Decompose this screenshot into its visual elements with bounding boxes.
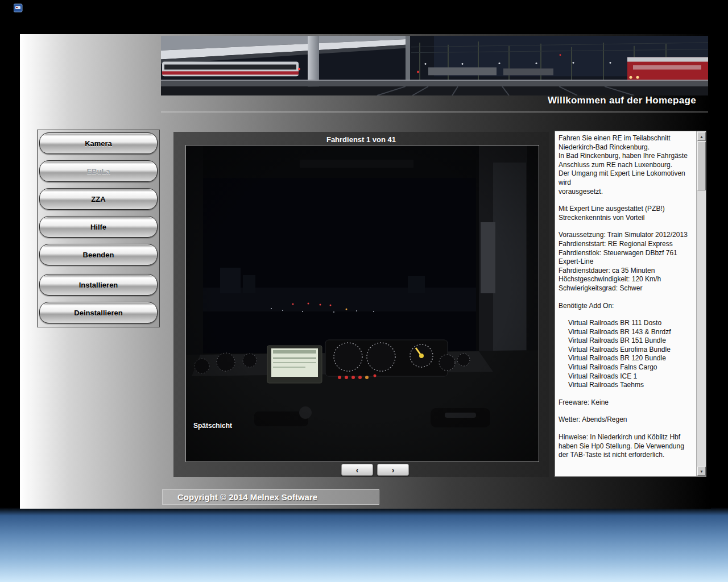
sidebar-button-kamera[interactable]: Kamera bbox=[39, 132, 158, 154]
details-scrollbar[interactable]: ▲ ▼ bbox=[696, 131, 706, 476]
scenario-viewer-panel: Fahrdienst 1 von 41 bbox=[173, 132, 549, 477]
scenario-details-panel: Fahren Sie einen RE im Teilabschnitt Nie… bbox=[555, 131, 706, 477]
prev-scenario-button[interactable]: ‹ bbox=[341, 464, 373, 476]
addon-item: Virtual Railroads Taehms bbox=[559, 381, 695, 390]
sidebar-button-deinstallieren[interactable]: Deinstallieren bbox=[39, 302, 158, 323]
description-notes: Hinweise: In Niederkirch und Köblitz Hbf… bbox=[559, 433, 695, 460]
sidebar-button-ebula: EBuLa bbox=[39, 160, 158, 182]
description-freeware: Freeware: Keine bbox=[559, 398, 695, 408]
next-scenario-button[interactable]: › bbox=[377, 464, 409, 476]
button-label: ZZA bbox=[91, 195, 105, 203]
header-divider bbox=[161, 111, 708, 113]
description-specs: Voraussetzung: Train Simulator 2012/2013… bbox=[559, 231, 695, 293]
addon-item: Virtual Railroads BR 120 Bundle bbox=[559, 354, 695, 363]
addon-item: Virtual Railroads ICE 1 bbox=[559, 372, 695, 381]
desktop-background: Willkommen auf der Homepage Kamera EBuLa… bbox=[0, 0, 728, 582]
chevron-left-icon: ‹ bbox=[356, 466, 359, 474]
button-label: Deinstallieren bbox=[74, 309, 122, 317]
scenario-screenshot: Spätschicht bbox=[185, 145, 539, 462]
sidebar-button-beenden[interactable]: Beenden bbox=[39, 244, 158, 265]
button-label: Kamera bbox=[85, 139, 112, 148]
station-banner-image bbox=[161, 36, 708, 95]
description-intro: Fahren Sie einen RE im Teilabschnitt Nie… bbox=[559, 134, 695, 196]
arrow-up-icon: ▲ bbox=[700, 135, 704, 139]
addon-item: Virtual Railroads BR 111 Dosto bbox=[559, 319, 695, 328]
page-title: Willkommen auf der Homepage bbox=[548, 95, 696, 106]
button-label: Hilfe bbox=[90, 223, 106, 231]
sidebar-button-installieren[interactable]: Installieren bbox=[39, 274, 158, 296]
button-label: Installieren bbox=[79, 281, 118, 289]
sidebar-menu: Kamera EBuLa ZZA Hilfe Beenden Installie… bbox=[37, 130, 160, 327]
description-equipment: Mit Expert Line ausgestattet (PZB!) Stre… bbox=[559, 205, 695, 222]
chevron-right-icon: › bbox=[392, 466, 395, 474]
scrollbar-thumb[interactable] bbox=[697, 142, 706, 190]
addon-item: Virtual Railroads BR 143 & Bnrdzf bbox=[559, 328, 695, 337]
sidebar-button-hilfe[interactable]: Hilfe bbox=[39, 216, 158, 238]
copyright-bar: Copyright © 2014 Melnex Software bbox=[162, 489, 379, 505]
description-weather: Wetter: Abends/Regen bbox=[559, 415, 695, 425]
scenario-counter: Fahrdienst 1 von 41 bbox=[173, 132, 549, 144]
addon-item: Virtual Railroads Eurofima Bundle bbox=[559, 346, 695, 355]
scroll-down-button[interactable]: ▼ bbox=[697, 467, 706, 476]
content-frame: Willkommen auf der Homepage Kamera EBuLa… bbox=[20, 34, 711, 509]
arrow-down-icon: ▼ bbox=[700, 469, 704, 473]
addons-header: Benötigte Add On: bbox=[559, 302, 695, 311]
scroll-up-button[interactable]: ▲ bbox=[697, 132, 706, 141]
button-label: EBuLa bbox=[86, 167, 110, 176]
addon-item: Virtual Railroads BR 151 Bundle bbox=[559, 336, 695, 346]
copyright-text: Copyright © 2014 Melnex Software bbox=[163, 492, 317, 502]
sidebar-button-zza[interactable]: ZZA bbox=[39, 188, 158, 210]
scenario-description: Fahren Sie einen RE im Teilabschnitt Nie… bbox=[555, 131, 696, 476]
button-label: Beenden bbox=[83, 251, 114, 259]
scenario-nav: ‹ › bbox=[341, 464, 409, 476]
addon-list: Virtual Railroads BR 111 Dosto Virtual R… bbox=[559, 319, 695, 390]
app-icon bbox=[14, 3, 23, 13]
addon-item: Virtual Railroads Falns Cargo bbox=[559, 363, 695, 372]
scenario-caption: Spätschicht bbox=[193, 422, 232, 430]
